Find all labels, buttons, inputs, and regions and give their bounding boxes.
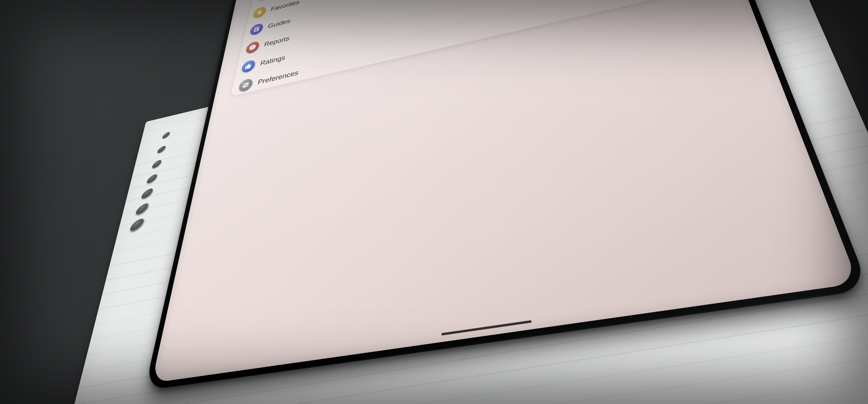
star-icon: [252, 5, 267, 19]
binding-ring: [161, 131, 171, 139]
report-icon: [245, 40, 260, 55]
home-indicator[interactable]: [441, 320, 531, 335]
binding-ring: [127, 217, 147, 232]
binding-ring: [150, 159, 163, 169]
svg-rect-6: [242, 85, 248, 88]
guides-icon: [249, 23, 264, 36]
thumb-up-icon: [241, 59, 256, 74]
settings-card: Jak Favorites: [230, 0, 707, 97]
memoji-icon: [257, 0, 271, 1]
binding-ring: [145, 173, 159, 184]
binding-ring: [133, 202, 151, 215]
photo-background: Jak Favorites: [0, 0, 868, 404]
binding-ring: [140, 188, 155, 200]
toggles-icon: [238, 78, 253, 93]
binding-ring: [156, 145, 167, 154]
